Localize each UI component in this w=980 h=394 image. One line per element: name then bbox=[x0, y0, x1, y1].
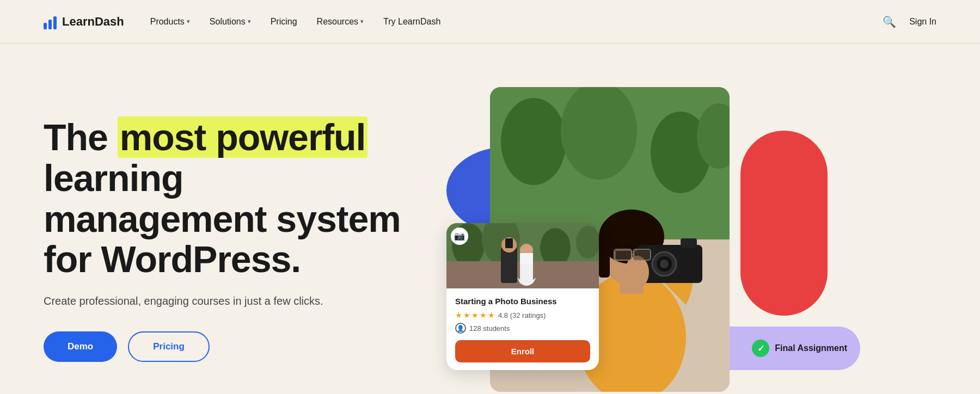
logo-bar-1 bbox=[44, 23, 47, 29]
star-1: ★ bbox=[455, 311, 462, 319]
svg-point-19 bbox=[625, 256, 649, 288]
students-row: 👤 128 students bbox=[455, 323, 590, 334]
star-5: ★ bbox=[488, 311, 495, 319]
logo-text: LearnDash bbox=[62, 15, 124, 29]
hero-subtitle: Create professional, engaging courses in… bbox=[44, 295, 414, 307]
enroll-button[interactable]: Enroll bbox=[455, 340, 590, 362]
svg-point-2 bbox=[501, 98, 566, 185]
rating-text: 4.8 (32 ratings) bbox=[498, 311, 546, 319]
nav-item-pricing[interactable]: Pricing bbox=[271, 17, 297, 27]
final-assignment-label: Final Assignment bbox=[775, 343, 847, 353]
hero-buttons: Demo Pricing bbox=[44, 331, 414, 362]
svg-rect-21 bbox=[633, 249, 651, 260]
nav-link-pricing[interactable]: Pricing bbox=[271, 17, 297, 27]
final-assignment-badge: ✓ Final Assignment bbox=[752, 340, 847, 357]
star-2: ★ bbox=[463, 311, 470, 319]
demo-button[interactable]: Demo bbox=[44, 331, 117, 362]
logo[interactable]: LearnDash bbox=[44, 14, 124, 29]
svg-point-17 bbox=[660, 260, 669, 268]
navbar: LearnDash Products ▾ Solutions ▾ Pricing bbox=[0, 0, 980, 44]
star-4: ★ bbox=[480, 311, 487, 319]
course-image-svg bbox=[446, 223, 599, 288]
pricing-button[interactable]: Pricing bbox=[128, 331, 210, 362]
logo-icon bbox=[44, 14, 57, 29]
chevron-down-icon: ▾ bbox=[248, 18, 251, 25]
svg-rect-30 bbox=[501, 248, 517, 283]
svg-rect-18 bbox=[681, 238, 697, 248]
course-card-image: 📷 bbox=[446, 223, 599, 288]
hero-section: The most powerful learning management sy… bbox=[0, 44, 980, 394]
course-card: 📷 Starting a Photo Business ★ ★ ★ ★ ★ 4.… bbox=[446, 223, 599, 371]
nav-links: Products ▾ Solutions ▾ Pricing Resources… bbox=[150, 17, 441, 27]
svg-rect-20 bbox=[614, 249, 632, 260]
red-blob-decoration bbox=[740, 131, 828, 316]
chevron-down-icon: ▾ bbox=[187, 18, 190, 25]
sign-in-link[interactable]: Sign In bbox=[909, 17, 936, 27]
nav-link-solutions[interactable]: Solutions ▾ bbox=[210, 17, 251, 27]
nav-item-try[interactable]: Try LearnDash bbox=[383, 17, 440, 27]
svg-rect-32 bbox=[505, 238, 513, 248]
star-3: ★ bbox=[471, 311, 479, 319]
svg-rect-10 bbox=[599, 234, 610, 278]
logo-bar-2 bbox=[48, 20, 52, 29]
checkmark-icon: ✓ bbox=[752, 340, 769, 357]
students-count: 128 students bbox=[469, 324, 510, 333]
hero-title-part1: The bbox=[44, 116, 118, 158]
hero-title-part2: learning management system for WordPress… bbox=[44, 157, 401, 280]
nav-link-resources[interactable]: Resources ▾ bbox=[317, 17, 364, 27]
course-icon: 📷 bbox=[451, 227, 468, 245]
nav-link-products[interactable]: Products ▾ bbox=[150, 17, 190, 27]
search-icon[interactable]: 🔍 bbox=[883, 15, 896, 28]
logo-bar-3 bbox=[53, 16, 57, 29]
course-card-body: Starting a Photo Business ★ ★ ★ ★ ★ 4.8 … bbox=[446, 288, 599, 371]
nav-right: 🔍 Sign In bbox=[883, 15, 936, 28]
nav-link-try[interactable]: Try LearnDash bbox=[383, 17, 440, 27]
chevron-down-icon: ▾ bbox=[360, 18, 364, 25]
course-title: Starting a Photo Business bbox=[455, 296, 590, 307]
hero-title: The most powerful learning management sy… bbox=[44, 117, 414, 280]
nav-item-solutions[interactable]: Solutions ▾ bbox=[210, 17, 251, 27]
nav-item-products[interactable]: Products ▾ bbox=[150, 17, 190, 27]
nav-item-resources[interactable]: Resources ▾ bbox=[317, 17, 364, 27]
students-icon: 👤 bbox=[455, 323, 466, 334]
svg-point-28 bbox=[576, 226, 599, 258]
svg-rect-35 bbox=[520, 253, 533, 264]
course-stars: ★ ★ ★ ★ ★ 4.8 (32 ratings) bbox=[455, 311, 590, 319]
hero-visuals: 📷 Starting a Photo Business ★ ★ ★ ★ ★ 4.… bbox=[446, 76, 936, 394]
hero-title-highlight: most powerful bbox=[118, 116, 368, 158]
hero-content: The most powerful learning management sy… bbox=[44, 117, 414, 362]
nav-left: LearnDash Products ▾ Solutions ▾ Pricing bbox=[44, 14, 440, 29]
